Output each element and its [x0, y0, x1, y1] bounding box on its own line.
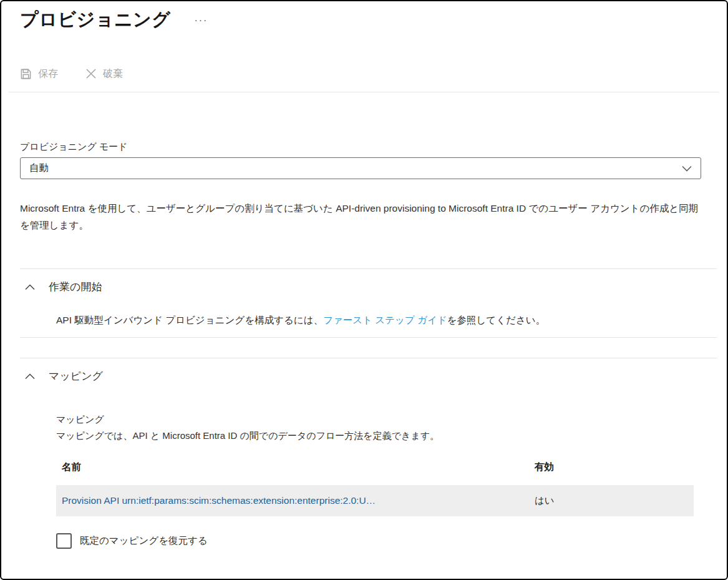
- provisioning-mode-value: 自動: [29, 162, 49, 175]
- getting-started-text-after: を参照してください。: [447, 315, 546, 325]
- table-row[interactable]: Provision API urn:ietf:params:scim:schem…: [56, 485, 694, 516]
- getting-started-title: 作業の開始: [49, 280, 102, 294]
- column-header-enabled: 有効: [535, 461, 694, 474]
- provisioning-mode-label: プロビジョニング モード: [20, 141, 716, 153]
- mapping-row-enabled: はい: [535, 494, 694, 508]
- getting-started-bottom-divider: [20, 337, 717, 338]
- discard-button-label: 破棄: [103, 67, 123, 81]
- getting-started-text: API 駆動型インバウンド プロビジョニングを構成するには、ファースト ステップ…: [56, 314, 716, 327]
- mappings-table: 名前 有効 Provision API urn:ietf:params:scim…: [56, 461, 694, 516]
- getting-started-text-before: API 駆動型インバウンド プロビジョニングを構成するには、: [56, 315, 323, 325]
- provisioning-mode-dropdown[interactable]: 自動: [20, 157, 701, 179]
- chevron-down-icon: [682, 165, 692, 172]
- intro-description: Microsoft Entra を使用して、ユーザーとグループの割り当てに基づい…: [20, 200, 706, 233]
- provisioning-page: { "page": { "title": "プロビジョニング", "more_m…: [0, 0, 728, 580]
- toolbar-divider: [9, 92, 719, 92]
- mappings-top-divider: [20, 358, 717, 358]
- section-divider-top: [20, 268, 717, 269]
- getting-started-section-header[interactable]: 作業の開始: [20, 280, 716, 294]
- chevron-up-icon: [25, 373, 35, 380]
- mappings-sub-label: マッピング: [56, 414, 716, 426]
- more-menu-icon[interactable]: ···: [194, 15, 208, 26]
- column-header-name: 名前: [62, 461, 535, 474]
- page-header: プロビジョニング ···: [1, 1, 727, 32]
- mappings-description: マッピングでは、API と Microsoft Entra ID の間でのデータ…: [56, 430, 716, 442]
- first-steps-guide-link[interactable]: ファースト ステップ ガイド: [323, 315, 447, 325]
- discard-x-icon: [85, 68, 97, 79]
- table-header-row: 名前 有効: [56, 461, 694, 474]
- page-title: プロビジョニング: [20, 7, 170, 32]
- mapping-row-name: Provision API urn:ietf:params:scim:schem…: [62, 495, 535, 506]
- restore-defaults-row: 既定のマッピングを復元する: [56, 533, 716, 549]
- chevron-up-icon: [25, 284, 35, 290]
- restore-defaults-checkbox[interactable]: [56, 533, 72, 549]
- save-button-label: 保存: [38, 67, 58, 81]
- discard-button[interactable]: 破棄: [85, 67, 123, 81]
- mappings-section-header[interactable]: マッピング: [20, 369, 716, 383]
- mappings-title: マッピング: [49, 369, 103, 383]
- command-toolbar: 保存 破棄: [1, 62, 727, 85]
- save-button[interactable]: 保存: [20, 67, 58, 81]
- save-icon: [20, 68, 32, 80]
- restore-defaults-label: 既定のマッピングを復元する: [80, 534, 208, 548]
